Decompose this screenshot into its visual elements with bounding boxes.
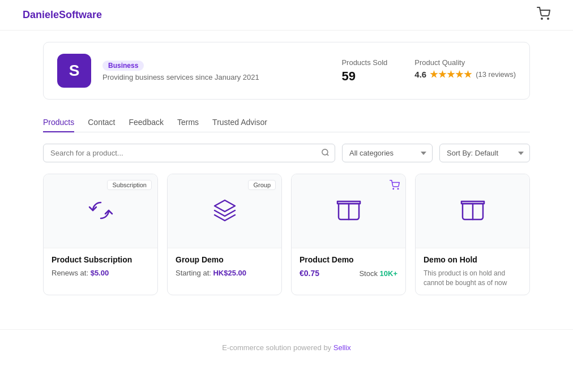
product-cart-icon <box>390 180 400 192</box>
product-name-product-demo: Product Demo <box>300 255 397 264</box>
product-name-demo-hold: Demo on Hold <box>424 255 521 264</box>
tab-products[interactable]: Products <box>43 113 74 132</box>
stars: ★★★★★ <box>430 69 472 80</box>
product-card-subscription[interactable]: Subscription Product Subscription Renews… <box>43 174 158 295</box>
svg-point-5 <box>393 188 394 189</box>
product-badge-subscription: Subscription <box>107 180 152 190</box>
product-info-product-demo: Product Demo €0.75 Stock 10K+ <box>292 248 405 285</box>
product-image-group-demo: Group <box>168 174 281 248</box>
rating-value: 4.6 <box>414 70 426 79</box>
svg-point-0 <box>541 18 542 19</box>
seller-description: Providing business services since Januar… <box>102 73 330 81</box>
product-image-product-demo <box>292 174 405 248</box>
product-image-subscription: Subscription <box>44 174 157 248</box>
reviews-count: (13 reviews) <box>476 70 516 79</box>
search-box <box>43 144 335 162</box>
rating-row: 4.6 ★★★★★ (13 reviews) <box>414 69 516 80</box>
search-button[interactable] <box>321 148 330 158</box>
site-logo: DanieleSoftware <box>23 9 102 21</box>
products-sold-label: Products Sold <box>341 58 387 67</box>
product-price-product-demo: €0.75 <box>300 269 319 278</box>
product-badge-group-demo: Group <box>248 180 276 190</box>
seller-info: Business Providing business services sin… <box>102 61 330 81</box>
header: DanieleSoftware <box>0 0 573 31</box>
footer-text: E-commerce solution powered by <box>222 343 331 352</box>
svg-marker-4 <box>215 200 235 212</box>
product-card-group-demo[interactable]: Group Group Demo Starting at: HK$25.00 <box>167 174 282 295</box>
product-image-demo-hold <box>416 174 529 248</box>
seller-badge: Business <box>102 61 144 71</box>
product-price-subscription: Renews at: $5.00 <box>52 269 149 277</box>
recycle-icon <box>85 195 117 228</box>
quality-label: Product Quality <box>414 58 516 67</box>
product-price-group-demo: Starting at: HK$25.00 <box>176 269 273 277</box>
quality-stat: Product Quality 4.6 ★★★★★ (13 reviews) <box>414 58 516 84</box>
svg-line-3 <box>327 154 328 156</box>
product-hold-text: This product is on hold and cannot be bo… <box>424 269 521 288</box>
product-card-demo-hold[interactable]: Demo on Hold This product is on hold and… <box>415 174 530 295</box>
products-sold-value: 59 <box>341 69 387 84</box>
tab-feedback[interactable]: Feedback <box>129 113 164 132</box>
tab-contact[interactable]: Contact <box>88 113 115 132</box>
footer-link[interactable]: Sellix <box>333 343 351 352</box>
seller-avatar: S <box>57 54 91 88</box>
tab-terms[interactable]: Terms <box>177 113 199 132</box>
footer: E-commerce solution powered by Sellix <box>0 329 573 365</box>
nav-tabs: Products Contact Feedback Terms Trusted … <box>43 113 530 132</box>
products-sold-stat: Products Sold 59 <box>341 58 387 84</box>
seller-stats: Products Sold 59 Product Quality 4.6 ★★★… <box>341 58 516 84</box>
sort-select[interactable]: Sort By: Default Price: Low to High Pric… <box>439 144 530 162</box>
svg-point-6 <box>397 188 399 189</box>
box-icon-hold <box>457 195 489 228</box>
product-card-product-demo[interactable]: Product Demo €0.75 Stock 10K+ <box>291 174 406 295</box>
category-select[interactable]: All categories Software Subscriptions De… <box>342 144 433 162</box>
product-info-demo-hold: Demo on Hold This product is on hold and… <box>416 248 529 295</box>
svg-point-2 <box>322 149 328 154</box>
svg-point-1 <box>548 18 549 19</box>
product-info-group-demo: Group Demo Starting at: HK$25.00 <box>168 248 281 284</box>
filter-row: All categories Software Subscriptions De… <box>43 144 530 162</box>
product-name-group-demo: Group Demo <box>176 255 273 264</box>
box-icon-demo <box>333 195 365 228</box>
main-content: S Business Providing business services s… <box>32 31 541 307</box>
products-grid: Subscription Product Subscription Renews… <box>43 174 530 295</box>
tab-trusted-advisor[interactable]: Trusted Advisor <box>212 113 267 132</box>
layers-icon <box>209 195 241 228</box>
product-info-subscription: Product Subscription Renews at: $5.00 <box>44 248 157 284</box>
cart-icon[interactable] <box>537 7 550 23</box>
product-name-subscription: Product Subscription <box>52 255 149 264</box>
search-input[interactable] <box>43 144 335 162</box>
seller-card: S Business Providing business services s… <box>43 42 530 100</box>
